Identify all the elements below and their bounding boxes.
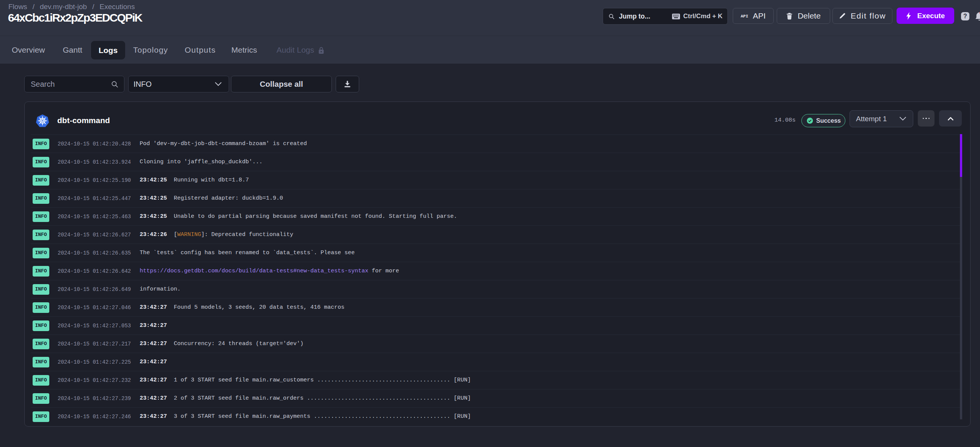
svg-text:API: API xyxy=(741,14,748,19)
